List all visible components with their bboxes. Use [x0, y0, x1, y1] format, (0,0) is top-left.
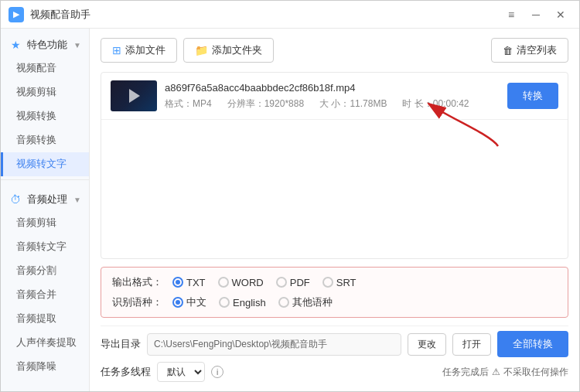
task-select[interactable]: 默认 — [157, 362, 205, 382]
duration-value: 00:00:42 — [433, 98, 469, 109]
file-resolution: 分辨率：1920*888 — [227, 97, 304, 111]
file-meta: 格式：MP4 分辨率：1920*888 大 小：11.78MB 时 长：00:0… — [165, 97, 500, 111]
radio-dot-other — [278, 297, 289, 308]
after-task-value: 不采取任何操作 — [503, 366, 568, 379]
sidebar-item-audio-extract[interactable]: 音频提取 — [1, 307, 89, 331]
radio-word-label: WORD — [232, 277, 264, 288]
bottom-section: 导出目录 C:\Users\FengPing\Desktop\视频配音助手 更改… — [101, 326, 568, 382]
file-format: 格式：MP4 — [165, 97, 212, 111]
add-file-label: 添加文件 — [125, 43, 165, 57]
sidebar-item-audio-convert[interactable]: 音频转换 — [1, 128, 89, 152]
file-item: a869f76a5a8acc4baabbdec2cf86b18f.mp4 格式：… — [101, 73, 568, 120]
all-convert-button[interactable]: 全部转换 — [497, 331, 568, 357]
radio-english[interactable]: English — [219, 297, 266, 308]
open-path-button[interactable]: 打开 — [452, 333, 491, 356]
lang-row: 识别语种： 中文 English 其他语种 — [112, 295, 557, 309]
audio-chevron-icon: ▼ — [73, 196, 81, 204]
resolution-label: 分辨率： — [227, 98, 264, 109]
file-info: a869f76a5a8acc4baabbdec2cf86b18f.mp4 格式：… — [165, 82, 500, 111]
sidebar: ★ 特色功能 ▼ 视频配音 视频剪辑 视频转换 音频转换 视频转文字 ⏱ 音频处… — [1, 29, 90, 391]
minimize-button[interactable]: ─ — [525, 4, 547, 26]
close-button[interactable]: ✕ — [550, 4, 571, 26]
features-label: 特色功能 — [27, 38, 67, 52]
window-controls: ≡ ─ ✕ — [500, 4, 571, 26]
features-section: ★ 特色功能 ▼ 视频配音 视频剪辑 视频转换 音频转换 视频转文字 — [1, 32, 89, 176]
sidebar-item-audio-split[interactable]: 音频分割 — [1, 259, 89, 283]
audio-icon: ⏱ — [9, 193, 22, 206]
audio-label: 音频处理 — [27, 193, 67, 206]
radio-srt-label: SRT — [336, 277, 357, 288]
sidebar-item-audio-merge[interactable]: 音频合并 — [1, 283, 89, 307]
radio-pdf-label: PDF — [290, 277, 310, 288]
features-header[interactable]: ★ 特色功能 ▼ — [1, 32, 89, 56]
play-icon — [129, 89, 142, 103]
clear-list-button[interactable]: 🗑 清空列表 — [491, 38, 568, 63]
add-file-button[interactable]: ⊞ 添加文件 — [101, 38, 177, 63]
sidebar-item-video-dubbing[interactable]: 视频配音 — [1, 56, 89, 80]
lang-options-label: 识别语种： — [112, 295, 168, 309]
size-value: 11.78MB — [350, 98, 387, 109]
radio-txt[interactable]: TXT — [172, 277, 206, 288]
after-task-label: 任务完成后 — [442, 366, 489, 379]
sidebar-item-audio-denoise[interactable]: 音频降噪 — [1, 355, 89, 379]
add-folder-icon: 📁 — [195, 44, 208, 56]
audio-section: ⏱ 音频处理 ▼ 音频剪辑 音频转文字 音频分割 音频合并 音频提取 人声伴奏提… — [1, 186, 89, 379]
after-task-icon: ⚠ — [492, 366, 500, 377]
add-file-icon: ⊞ — [112, 44, 121, 56]
format-radio-group: TXT WORD PDF SRT — [172, 277, 357, 288]
info-icon[interactable]: i — [211, 366, 223, 378]
audio-header[interactable]: ⏱ 音频处理 ▼ — [1, 186, 89, 211]
file-size: 大 小：11.78MB — [319, 97, 387, 111]
sidebar-item-audio-to-text[interactable]: 音频转文字 — [1, 235, 89, 259]
radio-dot-word — [218, 277, 229, 288]
app-title: 视频配音助手 — [30, 8, 500, 22]
file-duration: 时 长：00:00:42 — [402, 97, 469, 111]
add-folder-button[interactable]: 📁 添加文件夹 — [183, 38, 274, 63]
file-name: a869f76a5a8acc4baabbdec2cf86b18f.mp4 — [165, 82, 500, 94]
radio-dot-pdf — [276, 277, 287, 288]
sidebar-item-audio-edit[interactable]: 音频剪辑 — [1, 211, 89, 235]
file-list: a869f76a5a8acc4baabbdec2cf86b18f.mp4 格式：… — [101, 72, 568, 259]
sidebar-item-video-to-text[interactable]: 视频转文字 — [1, 152, 89, 176]
radio-srt[interactable]: SRT — [322, 277, 357, 288]
clear-list-label: 清空列表 — [517, 43, 557, 57]
radio-dot-srt — [322, 277, 333, 288]
format-options-label: 输出格式： — [112, 275, 168, 289]
thumbnail-inner — [111, 80, 157, 111]
menu-button[interactable]: ≡ — [500, 4, 522, 26]
options-panel: 输出格式： TXT WORD PDF — [101, 267, 568, 318]
task-label: 任务多线程 — [101, 365, 151, 379]
task-row: 任务多线程 默认 i 任务完成后 ⚠ 不采取任何操作 — [101, 362, 568, 382]
sidebar-item-video-edit[interactable]: 视频剪辑 — [1, 80, 89, 104]
lang-radio-group: 中文 English 其他语种 — [172, 295, 333, 309]
radio-chinese[interactable]: 中文 — [172, 295, 206, 309]
radio-dot-chinese — [172, 297, 183, 308]
duration-label: 时 长： — [402, 98, 432, 109]
radio-pdf[interactable]: PDF — [276, 277, 310, 288]
app-window: ▶ 视频配音助手 ≡ ─ ✕ ★ 特色功能 ▼ 视频配音 视频剪辑 视频转换 音… — [0, 0, 580, 392]
after-task: 任务完成后 ⚠ 不采取任何操作 — [442, 366, 568, 379]
format-value: MP4 — [193, 98, 212, 109]
size-label: 大 小： — [319, 98, 350, 109]
radio-dot-english — [219, 297, 230, 308]
format-row: 输出格式： TXT WORD PDF — [112, 275, 557, 289]
file-thumbnail — [111, 80, 157, 111]
radio-dot-txt — [172, 277, 183, 288]
radio-english-label: English — [233, 297, 266, 308]
sidebar-item-vocal-extract[interactable]: 人声伴奏提取 — [1, 331, 89, 355]
format-label: 格式： — [165, 98, 193, 109]
main-layout: ★ 特色功能 ▼ 视频配音 视频剪辑 视频转换 音频转换 视频转文字 ⏱ 音频处… — [1, 29, 579, 391]
add-folder-label: 添加文件夹 — [212, 43, 262, 57]
features-chevron-icon: ▼ — [73, 41, 81, 49]
resolution-value: 1920*888 — [264, 98, 304, 109]
app-icon: ▶ — [9, 7, 24, 22]
radio-other-lang[interactable]: 其他语种 — [278, 295, 333, 309]
toolbar: ⊞ 添加文件 📁 添加文件夹 🗑 清空列表 — [101, 38, 568, 63]
radio-word[interactable]: WORD — [218, 277, 264, 288]
sidebar-item-video-convert[interactable]: 视频转换 — [1, 104, 89, 128]
change-path-button[interactable]: 更改 — [408, 333, 446, 356]
radio-txt-label: TXT — [186, 277, 206, 288]
trash-icon: 🗑 — [503, 45, 513, 56]
radio-chinese-label: 中文 — [186, 295, 206, 309]
single-convert-button[interactable]: 转换 — [507, 83, 558, 109]
